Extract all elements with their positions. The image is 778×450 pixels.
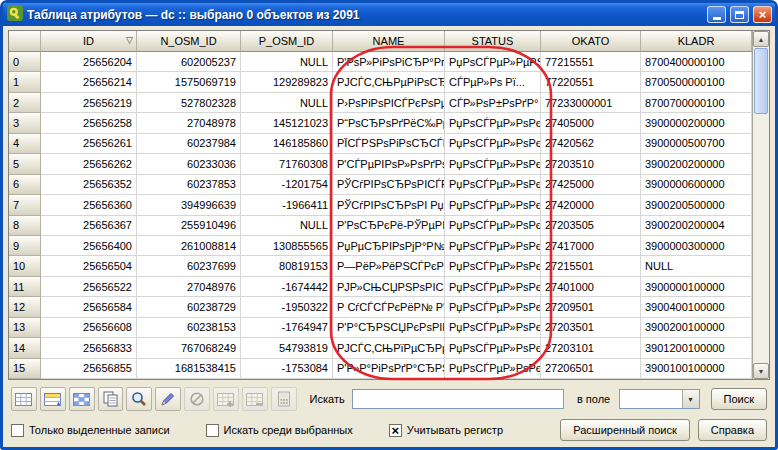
new-column-button[interactable] — [213, 387, 239, 411]
row-number-header[interactable]: 0 — [9, 52, 41, 72]
cell-kladr[interactable]: 3901200100000 — [641, 338, 752, 358]
cell-n_osm_id[interactable]: 60237984 — [137, 134, 241, 154]
cell-name[interactable]: РЎСѓРІРѕСЂРѕРІ РџРѕСЃРї... — [333, 195, 445, 215]
invert-selection-button[interactable] — [69, 387, 95, 411]
column-header-okato[interactable]: OKATO — [541, 31, 641, 52]
help-button[interactable]: Справка — [698, 419, 767, 441]
checkbox-3[interactable]: ×Учитывать регистр — [389, 424, 503, 437]
row-number-header[interactable]: 5 — [9, 154, 41, 174]
cell-name[interactable]: РЈСЃС‚СЊРїРµСЂРµРїСЃ... — [333, 338, 445, 358]
cell-p_osm_id[interactable]: 146185860 — [241, 134, 333, 154]
row-number-header[interactable]: 10 — [9, 256, 41, 276]
cell-id[interactable]: 25656608 — [41, 318, 137, 338]
cell-name[interactable]: Р›РѕРіРѕРІСЃРєРѕРµ... — [333, 93, 445, 113]
row-number-header[interactable]: 6 — [9, 175, 41, 195]
cell-name[interactable]: Р—РёР»РёРЅСЃРєРёР№ Рї... — [333, 256, 445, 276]
cell-name[interactable]: РЇСЃРЅРѕРіРѕСЂСЃРєРёР№... — [333, 134, 445, 154]
column-header-status[interactable]: STATUS — [445, 31, 541, 52]
cell-n_osm_id[interactable]: 60238729 — [137, 297, 241, 317]
cell-kladr[interactable]: 3900000300000 — [641, 236, 752, 256]
cell-id[interactable]: 25656261 — [41, 134, 137, 154]
table-row[interactable]: 142565683376706824954793819РЈСЃС‚СЊРїРµС… — [9, 338, 752, 358]
cell-okato[interactable]: 27420562 — [541, 134, 641, 154]
scrollbar-thumb[interactable] — [754, 48, 768, 114]
row-number-header[interactable]: 2 — [9, 93, 41, 113]
table-row[interactable]: 825656367255910496NULLР'РѕСЂРєРё-РЎРµРІР… — [9, 216, 752, 236]
cell-p_osm_id[interactable]: 71760308 — [241, 154, 333, 174]
cell-status[interactable]: РџРѕСЃРµР»РѕРє — [445, 175, 541, 195]
cell-okato[interactable]: 27417000 — [541, 236, 641, 256]
cell-kladr[interactable]: 3900200100000 — [641, 318, 752, 338]
table-row[interactable]: 15256568551681538415-1753084Р'Р»Р°РіРѕРґ… — [9, 359, 752, 379]
cell-n_osm_id[interactable]: 1575069719 — [137, 72, 241, 92]
move-selection-to-top-button[interactable] — [40, 387, 66, 411]
cell-okato[interactable]: 27206501 — [541, 359, 641, 379]
cell-kladr[interactable]: 8700500000100 — [641, 72, 752, 92]
table-row[interactable]: 42565626160237984146185860РЇСЃРЅРѕРіРѕСЂ… — [9, 134, 752, 154]
column-header-p_osm_id[interactable]: P_OSM_ID — [241, 31, 333, 52]
cell-n_osm_id[interactable]: 60233036 — [137, 154, 241, 174]
cell-p_osm_id[interactable]: -1674442 — [241, 277, 333, 297]
row-number-header[interactable]: 9 — [9, 236, 41, 256]
cell-p_osm_id[interactable]: -1950322 — [241, 297, 333, 317]
cell-kladr[interactable]: 8700400000100 — [641, 52, 752, 72]
cell-name[interactable]: Р'РѕР»РіРѕРіСЂР°РґСЃРєС... — [333, 52, 445, 72]
cell-name[interactable]: Р'РѕСЂРєРё-РЎРµРІРµСЂРЅ — [333, 216, 445, 236]
cell-id[interactable]: 25656584 — [41, 297, 137, 317]
cell-status[interactable]: СЃР»РѕР±РѕРґР° — [445, 93, 541, 113]
checkbox-checked-box[interactable]: × — [389, 424, 402, 437]
cell-name[interactable]: РЎСѓРІРѕСЂРѕРІСЃРєРёР№... — [333, 175, 445, 195]
column-header-name[interactable]: NAME — [333, 31, 445, 52]
cell-okato[interactable]: 27425000 — [541, 175, 641, 195]
row-number-header[interactable]: 13 — [9, 318, 41, 338]
cell-id[interactable]: 25656504 — [41, 256, 137, 276]
cell-n_osm_id[interactable]: 261008814 — [137, 236, 241, 256]
zoom-to-selection-button[interactable] — [126, 387, 152, 411]
field-calculator-button[interactable] — [271, 387, 297, 411]
cell-n_osm_id[interactable]: 27048978 — [137, 113, 241, 133]
table-row[interactable]: 122565658460238729-1950322Р СѓСЃСЃРєРёР№… — [9, 297, 752, 317]
cell-kladr[interactable]: 3900000100000 — [641, 277, 752, 297]
cell-okato[interactable]: 27203505 — [541, 216, 641, 236]
table-row[interactable]: 025656204602005237NULLР'РѕР»РіРѕРіСЂР°Рґ… — [9, 52, 752, 72]
column-header-kladr[interactable]: KLADR — [641, 31, 752, 52]
cell-p_osm_id[interactable]: 129289823 — [241, 72, 333, 92]
toggle-editing-button[interactable] — [155, 387, 181, 411]
cell-name[interactable]: Р СѓСЃСЃРєРёР№ Р'СЂРѕ... — [333, 297, 445, 317]
cell-okato[interactable]: 27405000 — [541, 113, 641, 133]
cell-status[interactable]: РџРѕСЃРµР»РѕРє — [445, 113, 541, 133]
cell-n_osm_id[interactable]: 60237853 — [137, 175, 241, 195]
maximize-button[interactable] — [730, 6, 749, 23]
cell-n_osm_id[interactable]: 602005237 — [137, 52, 241, 72]
cell-okato[interactable]: 77220551 — [541, 72, 641, 92]
cell-p_osm_id[interactable]: -1764947 — [241, 318, 333, 338]
table-row[interactable]: 1256562141575069719129289823РЈСЃС‚СЊРµРі… — [9, 72, 752, 92]
cell-status[interactable]: РџРѕСЃРµР»РѕРє — [445, 256, 541, 276]
table-row[interactable]: 5256562626023303671760308Р'СЃРµРІРѕР»РѕР… — [9, 154, 752, 174]
table-row[interactable]: 112565652227048976-1674442РЈР»СЊСЏРЅРѕРІ… — [9, 277, 752, 297]
cell-id[interactable]: 25656352 — [41, 175, 137, 195]
cell-okato[interactable]: 77215551 — [541, 52, 641, 72]
cell-p_osm_id[interactable]: NULL — [241, 93, 333, 113]
cell-id[interactable]: 25656204 — [41, 52, 137, 72]
cell-p_osm_id[interactable]: 54793819 — [241, 338, 333, 358]
cell-n_osm_id[interactable]: 767068249 — [137, 338, 241, 358]
advanced-search-button[interactable]: Расширенный поиск — [560, 419, 690, 441]
cell-status[interactable]: РџРѕСЃРµР»РѕРє — [445, 297, 541, 317]
scroll-up-button[interactable]: ▲ — [753, 31, 769, 47]
minimize-button[interactable] — [707, 6, 726, 23]
deselect-all-button[interactable] — [11, 387, 37, 411]
cell-n_osm_id[interactable]: 394996639 — [137, 195, 241, 215]
checkbox-box[interactable] — [206, 424, 219, 437]
cell-kladr[interactable]: 3900400100000 — [641, 297, 752, 317]
cell-id[interactable]: 25656833 — [41, 338, 137, 358]
cell-okato[interactable]: 27215501 — [541, 256, 641, 276]
row-number-header[interactable]: 14 — [9, 338, 41, 358]
delete-column-button[interactable] — [242, 387, 268, 411]
cell-p_osm_id[interactable]: -1753084 — [241, 359, 333, 379]
cell-n_osm_id[interactable]: 1681538415 — [137, 359, 241, 379]
cell-n_osm_id[interactable]: 60238153 — [137, 318, 241, 338]
table-row[interactable]: 62565635260237853-1201754РЎСѓРІРѕСЂРѕРІС… — [9, 175, 752, 195]
cell-id[interactable]: 25656367 — [41, 216, 137, 236]
cell-p_osm_id[interactable]: -1201754 — [241, 175, 333, 195]
